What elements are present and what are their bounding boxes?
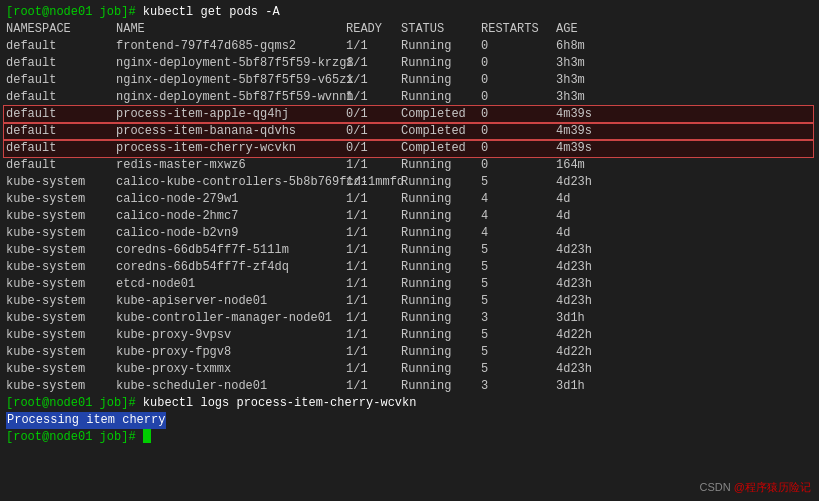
cell-status: Running [401, 344, 481, 361]
cell-ready: 1/1 [346, 344, 401, 361]
table-row: defaultnginx-deployment-5bf87f5f59-v65zx… [6, 72, 813, 89]
command-1: kubectl get pods -A [143, 4, 280, 21]
cell-restarts: 4 [481, 225, 556, 242]
cell-age: 164m [556, 158, 585, 172]
table-row: defaultnginx-deployment-5bf87f5f59-krzg8… [6, 55, 813, 72]
table-row: kube-systemcoredns-66db54ff7f-zf4dq1/1Ru… [6, 259, 813, 276]
cell-restarts: 0 [481, 106, 556, 123]
cell-name: coredns-66db54ff7f-zf4dq [116, 259, 346, 276]
terminal-window: [root@node01 job]# kubectl get pods -A N… [0, 0, 819, 501]
cell-namespace: default [6, 157, 116, 174]
table-row: kube-systemkube-proxy-txmmx1/1Running54d… [6, 361, 813, 378]
cell-namespace: kube-system [6, 293, 116, 310]
cell-ready: 1/1 [346, 327, 401, 344]
table-row: defaultredis-master-mxwz61/1Running0164m [6, 157, 813, 174]
cell-restarts: 5 [481, 327, 556, 344]
cell-namespace: kube-system [6, 225, 116, 242]
cell-restarts: 0 [481, 140, 556, 157]
cell-namespace: kube-system [6, 327, 116, 344]
header-age: AGE [556, 21, 578, 38]
table-row: defaultfrontend-797f47d685-gqms21/1Runni… [6, 38, 813, 55]
cell-name: calico-node-2hmc7 [116, 208, 346, 225]
cell-status: Running [401, 293, 481, 310]
cell-restarts: 4 [481, 191, 556, 208]
cell-age: 4d23h [556, 277, 592, 291]
prompt-prefix-3: [root@node01 job]# [6, 429, 143, 446]
cell-status: Running [401, 174, 481, 191]
cell-restarts: 0 [481, 157, 556, 174]
command-line-2: [root@node01 job]# kubectl logs process-… [6, 395, 813, 412]
cell-age: 4m39s [556, 107, 592, 121]
cell-namespace: kube-system [6, 174, 116, 191]
table-row: defaultprocess-item-apple-qg4hj0/1Comple… [4, 106, 813, 123]
cell-age: 4m39s [556, 141, 592, 155]
table-row: kube-systemcalico-node-279w11/1Running44… [6, 191, 813, 208]
cell-restarts: 3 [481, 310, 556, 327]
cell-age: 4m39s [556, 124, 592, 138]
table-row: kube-systemkube-apiserver-node011/1Runni… [6, 293, 813, 310]
cell-ready: 1/1 [346, 72, 401, 89]
cell-age: 3h3m [556, 90, 585, 104]
cell-name: kube-scheduler-node01 [116, 378, 346, 395]
cell-ready: 1/1 [346, 89, 401, 106]
cell-status: Running [401, 310, 481, 327]
table-row: defaultprocess-item-banana-qdvhs0/1Compl… [4, 123, 813, 140]
cell-namespace: default [6, 106, 116, 123]
table-row: kube-systemcalico-kube-controllers-5b8b7… [6, 174, 813, 191]
header-status: STATUS [401, 21, 481, 38]
cell-name: calico-node-279w1 [116, 191, 346, 208]
cell-restarts: 0 [481, 89, 556, 106]
cell-age: 3h3m [556, 73, 585, 87]
cell-namespace: kube-system [6, 310, 116, 327]
output-line: Processing item cherry [6, 412, 813, 429]
command-line-1: [root@node01 job]# kubectl get pods -A [6, 4, 813, 21]
header-ready: READY [346, 21, 401, 38]
cell-ready: 1/1 [346, 157, 401, 174]
cell-ready: 1/1 [346, 310, 401, 327]
cell-age: 4d23h [556, 294, 592, 308]
cell-ready: 1/1 [346, 293, 401, 310]
cell-status: Running [401, 191, 481, 208]
cell-age: 4d22h [556, 345, 592, 359]
cell-status: Running [401, 276, 481, 293]
cell-namespace: kube-system [6, 276, 116, 293]
cell-namespace: default [6, 72, 116, 89]
pods-table: defaultfrontend-797f47d685-gqms21/1Runni… [6, 38, 813, 395]
cell-restarts: 5 [481, 293, 556, 310]
cell-restarts: 0 [481, 123, 556, 140]
table-row: kube-systemkube-proxy-9vpsv1/1Running54d… [6, 327, 813, 344]
cell-name: calico-kube-controllers-5b8b769fcd-1mmfd [116, 174, 346, 191]
header-restarts: RESTARTS [481, 21, 556, 38]
table-row: kube-systemetcd-node011/1Running54d23h [6, 276, 813, 293]
cell-name: kube-proxy-fpgv8 [116, 344, 346, 361]
cell-restarts: 0 [481, 72, 556, 89]
cell-namespace: kube-system [6, 242, 116, 259]
cell-restarts: 5 [481, 174, 556, 191]
cell-namespace: default [6, 89, 116, 106]
cell-restarts: 5 [481, 259, 556, 276]
cell-age: 4d23h [556, 175, 592, 189]
cell-status: Completed [401, 140, 481, 157]
cell-status: Completed [401, 123, 481, 140]
cell-status: Running [401, 157, 481, 174]
cell-namespace: kube-system [6, 361, 116, 378]
cell-age: 4d23h [556, 243, 592, 257]
cell-namespace: default [6, 140, 116, 157]
table-row: kube-systemkube-proxy-fpgv81/1Running54d… [6, 344, 813, 361]
cell-name: process-item-cherry-wcvkn [116, 140, 346, 157]
cell-name: nginx-deployment-5bf87f5f59-v65zx [116, 72, 346, 89]
cell-ready: 1/1 [346, 174, 401, 191]
cell-namespace: default [6, 123, 116, 140]
cell-name: etcd-node01 [116, 276, 346, 293]
watermark: CSDN @程序猿历险记 [700, 480, 811, 495]
cell-restarts: 0 [481, 38, 556, 55]
cell-status: Running [401, 225, 481, 242]
cell-namespace: kube-system [6, 259, 116, 276]
table-row: kube-systemcalico-node-b2vn91/1Running44… [6, 225, 813, 242]
cell-namespace: kube-system [6, 191, 116, 208]
cell-name: coredns-66db54ff7f-511lm [116, 242, 346, 259]
cell-ready: 1/1 [346, 259, 401, 276]
cell-name: nginx-deployment-5bf87f5f59-krzg8 [116, 55, 346, 72]
cell-ready: 1/1 [346, 378, 401, 395]
cell-name: redis-master-mxwz6 [116, 157, 346, 174]
